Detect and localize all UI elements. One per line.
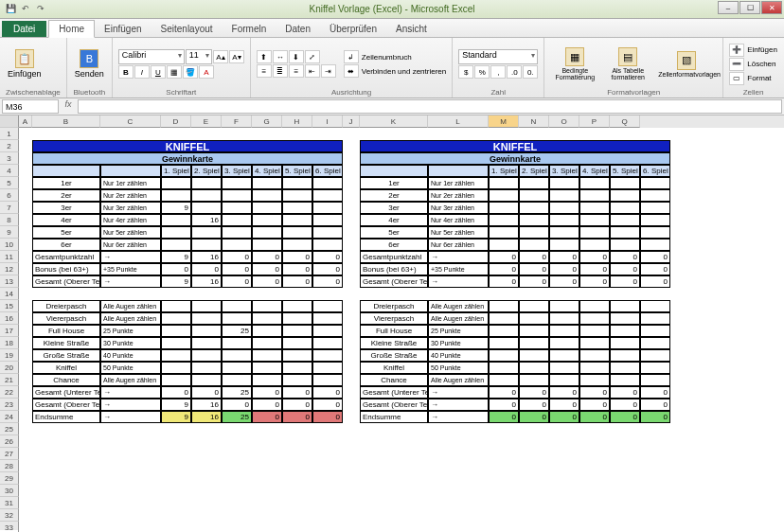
table-icon: ▤ <box>618 47 637 66</box>
bluetooth-button[interactable]: B Senden <box>73 47 106 80</box>
align-middle-button[interactable]: ↔ <box>273 50 288 63</box>
bluetooth-icon: B <box>80 49 98 68</box>
col-headers[interactable]: ABCDEFGHIJKLMNOPQ <box>19 115 784 128</box>
merge-button[interactable]: ⬌Verbinden und zentrieren <box>344 64 446 78</box>
fx-icon[interactable]: fx <box>61 99 76 114</box>
format-icon: ▭ <box>729 72 744 85</box>
delete-icon: ➖ <box>729 58 744 71</box>
cond-format-button[interactable]: ▦Bedingte Formatierung <box>550 45 599 82</box>
tab-view[interactable]: Ansicht <box>386 21 437 37</box>
title-bar: 💾 ↶ ↷ Kniffel Vorlage (Excel) - Microsof… <box>0 0 784 19</box>
indent-dec-button[interactable]: ⇤ <box>305 64 320 78</box>
border-button[interactable]: ▦ <box>167 65 182 79</box>
tab-pagelayout[interactable]: Seitenlayout <box>151 21 223 37</box>
tab-data[interactable]: Daten <box>276 21 320 37</box>
ribbon-tabs: Datei Home Einfügen Seitenlayout Formeln… <box>0 19 784 38</box>
group-clipboard: 📋 Einfügen Zwischenablage <box>0 38 67 98</box>
underline-button[interactable]: U <box>151 65 166 79</box>
wrap-label: Zeilenumbruch <box>362 53 412 62</box>
group-label: Schriftart <box>118 88 244 98</box>
tab-review[interactable]: Überprüfen <box>320 21 386 37</box>
undo-icon[interactable]: ↶ <box>19 2 32 15</box>
group-bluetooth: B Senden Bluetooth <box>67 38 113 98</box>
window-title: Kniffel Vorlage (Excel) - Microsoft Exce… <box>310 4 475 14</box>
comma-button[interactable]: , <box>490 65 506 79</box>
paste-button[interactable]: 📋 Einfügen <box>6 47 44 80</box>
cellstyle-label: Zellenformatvorlagen <box>658 71 715 78</box>
cond-format-icon: ▦ <box>565 47 584 66</box>
tab-home[interactable]: Home <box>48 20 95 38</box>
redo-icon[interactable]: ↷ <box>34 2 47 15</box>
inc-decimal-button[interactable]: .0 <box>507 65 522 79</box>
group-label: Ausrichtung <box>257 88 446 98</box>
group-label: Formatvorlagen <box>550 88 717 98</box>
align-right-button[interactable]: ≡ <box>289 64 304 78</box>
bold-button[interactable]: B <box>118 65 134 79</box>
group-alignment: ⬆ ↔ ⬇ ⤢ ≡ ≣ ≡ ⇤ ⇥ ↲Zeilenumbruch ⬌Verbin… <box>251 38 453 98</box>
delete-cells-button[interactable]: ➖Löschen <box>729 58 777 71</box>
decrease-font-button[interactable]: A▾ <box>229 50 244 63</box>
cellstyle-icon: ▧ <box>677 51 696 70</box>
align-left-button[interactable]: ≡ <box>257 64 272 78</box>
format-cells-button[interactable]: ▭Format <box>729 72 777 85</box>
group-label: Bluetooth <box>73 88 106 98</box>
group-styles: ▦Bedingte Formatierung ▤Als Tabelle form… <box>544 38 723 98</box>
align-center-button[interactable]: ≣ <box>273 64 288 78</box>
grid[interactable]: ABCDEFGHIJKLMNOPQ KNIFFELKNIFFELGewinnka… <box>19 115 784 530</box>
font-color-button[interactable]: A <box>199 65 214 79</box>
group-label: Zwischenablage <box>6 88 61 98</box>
increase-font-button[interactable]: A▴ <box>213 50 228 63</box>
format-label: Format <box>747 74 771 82</box>
insert-cells-button[interactable]: ➕Einfügen <box>729 44 777 57</box>
align-bottom-button[interactable]: ⬇ <box>289 50 304 63</box>
insert-label: Einfügen <box>747 45 777 54</box>
group-label: Zahl <box>458 88 538 98</box>
indent-inc-button[interactable]: ⇥ <box>321 64 336 78</box>
fill-color-button[interactable]: 🪣 <box>183 65 198 79</box>
send-label: Senden <box>75 69 104 79</box>
save-icon[interactable]: 💾 <box>4 2 17 15</box>
delete-label: Löschen <box>747 60 775 68</box>
align-top-button[interactable]: ⬆ <box>257 50 272 63</box>
currency-button[interactable]: $ <box>458 65 473 79</box>
maximize-button[interactable]: ☐ <box>739 1 760 14</box>
group-font: Calibri 11 A▴ A▾ B I U ▦ 🪣 A Schriftart <box>113 38 251 98</box>
sheet-area: 1234567891011121314151617181920212223242… <box>0 115 784 530</box>
group-cells: ➕Einfügen ➖Löschen ▭Format Zellen <box>723 38 783 98</box>
merge-label: Verbinden und zentrieren <box>362 67 446 76</box>
tab-insert[interactable]: Einfügen <box>95 21 151 37</box>
format-table-button[interactable]: ▤Als Tabelle formatieren <box>603 45 652 82</box>
formula-bar: fx <box>0 98 784 115</box>
cell-styles-button[interactable]: ▧Zellenformatvorlagen <box>656 49 717 80</box>
wrap-text-button[interactable]: ↲Zeilenumbruch <box>344 50 446 63</box>
paste-label: Einfügen <box>8 69 42 79</box>
file-tab[interactable]: Datei <box>2 21 46 37</box>
dec-decimal-button[interactable]: 0. <box>523 65 538 79</box>
close-button[interactable]: ✕ <box>761 1 782 14</box>
name-box[interactable] <box>2 99 59 114</box>
italic-button[interactable]: I <box>134 65 150 79</box>
group-label: Zellen <box>729 88 777 98</box>
tab-formulas[interactable]: Formeln <box>223 21 276 37</box>
minimize-button[interactable]: – <box>718 1 739 14</box>
formula-input[interactable] <box>78 99 782 114</box>
ribbon: 📋 Einfügen Zwischenablage B Senden Bluet… <box>0 38 784 98</box>
orientation-button[interactable]: ⤢ <box>305 50 320 63</box>
font-size-select[interactable]: 11 <box>186 49 212 64</box>
number-format-select[interactable]: Standard <box>458 49 538 64</box>
insert-icon: ➕ <box>729 44 744 57</box>
font-name-select[interactable]: Calibri <box>118 49 185 64</box>
paste-icon: 📋 <box>15 49 34 68</box>
cond-label: Bedingte Formatierung <box>552 67 597 80</box>
row-headers[interactable]: 1234567891011121314151617181920212223242… <box>0 115 19 530</box>
group-number: Standard $ % , .0 0. Zahl <box>453 38 544 98</box>
table-label: Als Tabelle formatieren <box>605 67 650 80</box>
percent-button[interactable]: % <box>474 65 490 79</box>
